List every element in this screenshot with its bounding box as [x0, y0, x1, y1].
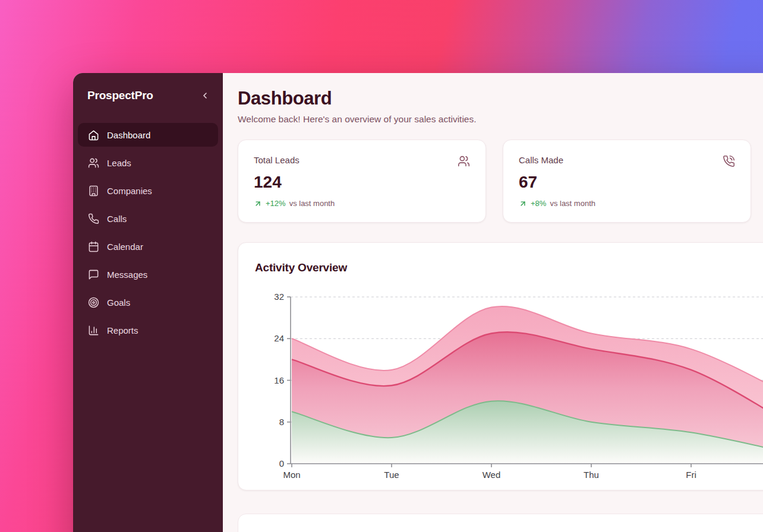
users-icon [458, 155, 470, 167]
svg-text:Tue: Tue [384, 470, 399, 480]
stat-value: 67 [519, 173, 735, 192]
sidebar-nav: Dashboard Leads Companies Calls [78, 123, 218, 342]
sidebar-item-dashboard[interactable]: Dashboard [78, 123, 218, 147]
chevron-left-icon [200, 91, 210, 100]
bar-chart-icon [88, 325, 99, 336]
stat-label: Total Leads [254, 155, 299, 165]
stat-label: Calls Made [519, 155, 563, 165]
stats-row: Total Leads 124 +12% vs last month Calls [238, 140, 763, 223]
building-icon [88, 185, 99, 197]
brand-logo-text: ProspectPro [83, 89, 153, 102]
sidebar-item-label: Goals [107, 297, 130, 308]
sidebar-item-label: Calendar [107, 242, 143, 252]
svg-text:8: 8 [279, 417, 284, 427]
sidebar-collapse-button[interactable] [197, 87, 213, 104]
sidebar-item-reports[interactable]: Reports [78, 318, 218, 342]
activity-overview-card: Activity Overview 08162432MonTueWedThuFr… [238, 242, 763, 490]
sidebar-item-calls[interactable]: Calls [78, 207, 218, 230]
svg-text:24: 24 [274, 333, 284, 343]
svg-text:0: 0 [279, 458, 284, 468]
svg-text:Wed: Wed [483, 470, 501, 480]
arrow-up-right-icon [519, 200, 527, 208]
page-subtitle: Welcome back! Here's an overview of your… [238, 113, 763, 126]
main-content: Dashboard Welcome back! Here's an overvi… [223, 73, 763, 532]
message-square-icon [88, 269, 99, 280]
sidebar-item-label: Calls [107, 214, 127, 224]
delta-value: +12% [266, 199, 286, 208]
delta-value: +8% [531, 199, 546, 208]
page-title: Dashboard [238, 88, 763, 109]
sidebar: ProspectPro Dashboard Leads [73, 73, 223, 532]
svg-text:Fri: Fri [686, 470, 696, 480]
sidebar-item-goals[interactable]: Goals [78, 290, 218, 314]
users-icon [88, 157, 99, 169]
calendar-icon [88, 241, 99, 252]
stat-card-calls-made: Calls Made 67 +8% vs last month [503, 140, 751, 223]
sidebar-item-label: Dashboard [107, 130, 150, 140]
sidebar-item-label: Messages [107, 270, 147, 280]
stat-value: 124 [254, 173, 470, 192]
sidebar-header: ProspectPro [78, 88, 218, 103]
sidebar-item-leads[interactable]: Leads [78, 151, 218, 175]
sidebar-item-messages[interactable]: Messages [78, 262, 218, 286]
svg-text:Thu: Thu [584, 470, 599, 480]
arrow-up-right-icon [254, 200, 262, 208]
delta-caption: vs last month [289, 199, 335, 208]
phone-call-icon [723, 155, 735, 167]
sidebar-item-label: Reports [107, 325, 138, 335]
sidebar-item-companies[interactable]: Companies [78, 179, 218, 202]
svg-text:16: 16 [274, 375, 284, 385]
sidebar-item-label: Leads [107, 158, 131, 168]
app-window: ProspectPro Dashboard Leads [73, 73, 763, 532]
activity-chart: 08162432MonTueWedThuFri [250, 284, 763, 489]
stat-card-total-leads: Total Leads 124 +12% vs last month [238, 140, 486, 223]
home-icon [88, 129, 99, 141]
sidebar-item-label: Companies [107, 186, 152, 196]
desktop-backdrop: { "sidebar": { "brand": "ProspectPro", "… [0, 0, 763, 532]
chart-title: Activity Overview [255, 261, 347, 274]
target-icon [88, 297, 99, 308]
svg-text:Mon: Mon [283, 470, 300, 480]
delta-caption: vs last month [550, 199, 595, 208]
svg-text:32: 32 [274, 292, 284, 302]
phone-icon [88, 213, 99, 224]
next-card-partial [238, 514, 763, 532]
sidebar-item-calendar[interactable]: Calendar [78, 235, 218, 258]
